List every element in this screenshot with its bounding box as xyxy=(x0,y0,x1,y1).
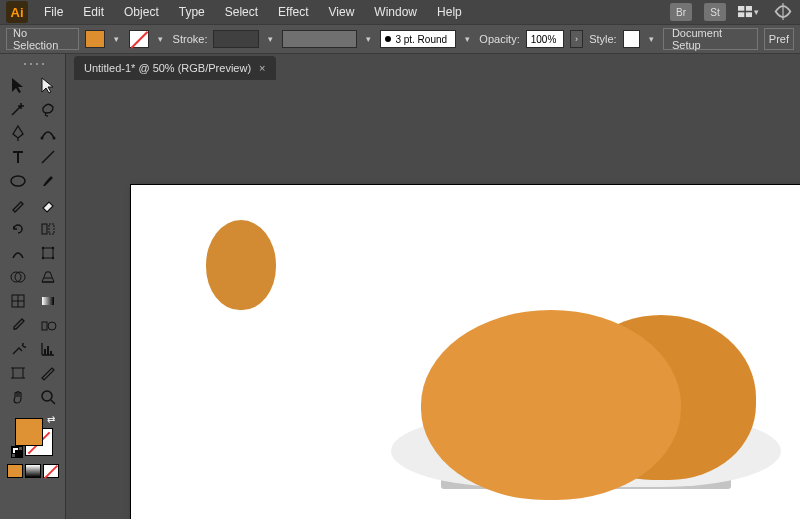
tools-panel: ⇄ xyxy=(0,54,66,519)
bridge-button[interactable]: Br xyxy=(670,3,692,21)
menu-select[interactable]: Select xyxy=(221,3,262,21)
svg-point-6 xyxy=(30,63,32,65)
type-tool[interactable] xyxy=(4,146,32,168)
free-transform-tool[interactable] xyxy=(34,242,62,264)
svg-rect-27 xyxy=(44,349,46,355)
artboard[interactable] xyxy=(131,185,800,519)
svg-rect-30 xyxy=(13,368,23,378)
brush-definition-field[interactable] xyxy=(282,30,357,48)
fill-swatch[interactable] xyxy=(85,30,106,48)
symbol-sprayer-tool[interactable] xyxy=(4,338,32,360)
shape-mango-front[interactable] xyxy=(421,310,681,500)
fill-color-indicator[interactable] xyxy=(15,418,43,446)
menu-bar: Ai File Edit Object Type Select Effect V… xyxy=(0,0,800,24)
brush-definition-menu[interactable]: ▾ xyxy=(363,30,374,48)
pen-tool[interactable] xyxy=(4,122,32,144)
menu-object[interactable]: Object xyxy=(120,3,163,21)
color-mode-button[interactable] xyxy=(7,464,23,478)
menu-file[interactable]: File xyxy=(40,3,67,21)
perspective-tool[interactable] xyxy=(34,266,62,288)
svg-point-8 xyxy=(42,63,44,65)
close-tab-button[interactable]: × xyxy=(259,62,265,74)
warp-tool[interactable] xyxy=(4,242,32,264)
tools-panel-grip[interactable] xyxy=(0,58,65,70)
svg-point-31 xyxy=(42,391,52,401)
document-tab[interactable]: Untitled-1* @ 50% (RGB/Preview) × xyxy=(74,56,276,80)
gpu-preview-button[interactable] xyxy=(772,3,794,21)
stroke-weight-menu[interactable]: ▾ xyxy=(265,30,276,48)
document-tab-title: Untitled-1* @ 50% (RGB/Preview) xyxy=(84,62,251,74)
fill-swatch-menu[interactable]: ▾ xyxy=(111,30,122,48)
svg-point-10 xyxy=(52,137,55,140)
svg-point-16 xyxy=(51,247,53,249)
svg-point-9 xyxy=(40,137,43,140)
svg-rect-0 xyxy=(738,6,744,11)
selection-tool[interactable] xyxy=(4,74,32,96)
slice-tool[interactable] xyxy=(34,362,62,384)
control-bar: No Selection ▾ ▾ Stroke: ▾ ▾ 3 pt. Round… xyxy=(0,24,800,54)
hand-tool[interactable] xyxy=(4,386,32,408)
magic-wand-tool[interactable] xyxy=(4,98,32,120)
svg-rect-14 xyxy=(43,248,53,258)
svg-rect-13 xyxy=(49,224,54,234)
lasso-tool[interactable] xyxy=(34,98,62,120)
ellipse-tool[interactable] xyxy=(4,170,32,192)
arrange-documents-button[interactable]: ▾ xyxy=(738,3,760,21)
menu-type[interactable]: Type xyxy=(175,3,209,21)
svg-rect-23 xyxy=(42,322,47,330)
workspace[interactable] xyxy=(66,80,800,519)
stroke-label: Stroke: xyxy=(173,33,208,45)
graph-tool[interactable] xyxy=(34,338,62,360)
svg-point-5 xyxy=(24,63,26,65)
style-menu[interactable]: ▾ xyxy=(646,30,657,48)
svg-rect-29 xyxy=(50,351,52,355)
menu-edit[interactable]: Edit xyxy=(79,3,108,21)
svg-point-17 xyxy=(41,257,43,259)
svg-rect-28 xyxy=(47,346,49,355)
opacity-field[interactable]: 100% xyxy=(526,30,564,48)
line-tool[interactable] xyxy=(34,146,62,168)
style-swatch[interactable] xyxy=(623,30,640,48)
svg-point-25 xyxy=(22,343,24,345)
svg-rect-2 xyxy=(738,13,744,18)
stroke-weight-field[interactable] xyxy=(213,30,258,48)
svg-point-15 xyxy=(41,247,43,249)
none-mode-button[interactable] xyxy=(43,464,59,478)
menu-window[interactable]: Window xyxy=(370,3,421,21)
reflect-tool[interactable] xyxy=(34,218,62,240)
svg-rect-12 xyxy=(42,224,47,234)
stroke-swatch-menu[interactable]: ▾ xyxy=(155,30,166,48)
fill-stroke-indicator[interactable]: ⇄ xyxy=(13,416,53,456)
variable-width-profile[interactable]: 3 pt. Round xyxy=(380,30,456,48)
zoom-tool[interactable] xyxy=(34,386,62,408)
opacity-step[interactable]: › xyxy=(570,30,583,48)
svg-point-18 xyxy=(51,257,53,259)
mesh-tool[interactable] xyxy=(4,290,32,312)
rotate-tool[interactable] xyxy=(4,218,32,240)
pencil-tool[interactable] xyxy=(4,194,32,216)
eyedropper-tool[interactable] xyxy=(4,314,32,336)
menu-effect[interactable]: Effect xyxy=(274,3,312,21)
document-setup-button[interactable]: Document Setup xyxy=(663,28,758,50)
eraser-tool[interactable] xyxy=(34,194,62,216)
menu-view[interactable]: View xyxy=(325,3,359,21)
preferences-button[interactable]: Pref xyxy=(764,28,794,50)
stroke-swatch[interactable] xyxy=(129,30,150,48)
direct-selection-tool[interactable] xyxy=(34,74,62,96)
curvature-tool[interactable] xyxy=(34,122,62,144)
blend-tool[interactable] xyxy=(34,314,62,336)
selection-indicator[interactable]: No Selection xyxy=(6,28,79,50)
shape-builder-tool[interactable] xyxy=(4,266,32,288)
variable-width-menu[interactable]: ▾ xyxy=(462,30,473,48)
svg-rect-22 xyxy=(42,297,54,305)
gradient-tool[interactable] xyxy=(34,290,62,312)
artboard-tool[interactable] xyxy=(4,362,32,384)
svg-point-24 xyxy=(48,322,56,330)
stock-button[interactable]: St xyxy=(704,3,726,21)
gradient-mode-button[interactable] xyxy=(25,464,41,478)
default-fill-stroke-icon[interactable] xyxy=(11,446,23,458)
paintbrush-tool[interactable] xyxy=(34,170,62,192)
shape-egg[interactable] xyxy=(206,220,276,310)
swap-fill-stroke-icon[interactable]: ⇄ xyxy=(47,414,55,425)
menu-help[interactable]: Help xyxy=(433,3,466,21)
